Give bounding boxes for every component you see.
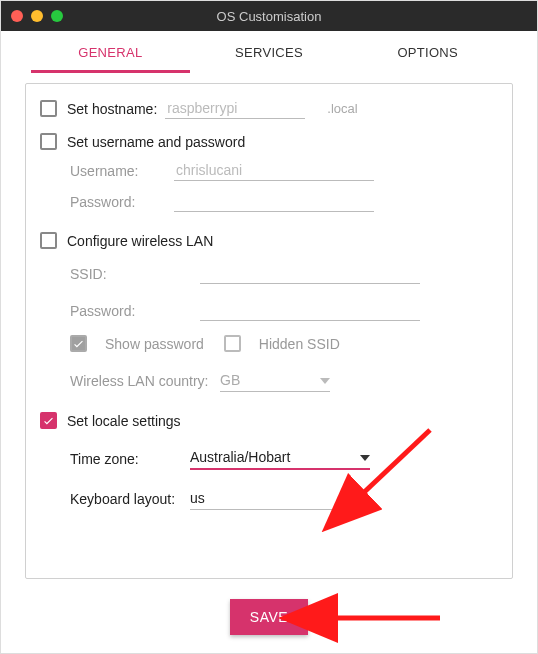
tab-options[interactable]: OPTIONS [348,45,507,73]
os-customisation-window: OS Customisation GENERAL SERVICES OPTION… [0,0,538,654]
locale-checkbox[interactable] [40,412,57,429]
keyboard-label: Keyboard layout: [70,491,190,507]
chevron-down-icon [320,378,330,384]
chevron-down-icon [360,455,370,461]
keyboard-row: Keyboard layout: us [70,488,498,510]
minimize-icon[interactable] [31,10,43,22]
password-row: Password: [70,191,498,212]
tab-general[interactable]: GENERAL [31,45,190,73]
wifi-country-row: Wireless LAN country: GB [70,370,498,392]
hostname-input[interactable] [165,98,305,119]
hostname-row: Set hostname: .local [40,98,498,119]
wifi-options-row: Show password Hidden SSID [70,335,498,352]
show-password-label: Show password [105,336,204,352]
wifi-country-label: Wireless LAN country: [70,373,220,389]
chevron-down-icon [360,496,370,502]
ssid-input[interactable] [200,263,420,284]
close-icon[interactable] [11,10,23,22]
wifi-country-select[interactable]: GB [220,370,330,392]
settings-panel: Set hostname: .local Set username and pa… [25,83,513,579]
show-password-checkbox[interactable] [70,335,87,352]
username-label: Username: [70,163,174,179]
wifi-password-input[interactable] [200,300,420,321]
window-controls [11,10,63,22]
hidden-ssid-checkbox[interactable] [224,335,241,352]
username-input[interactable] [174,160,374,181]
userpass-row: Set username and password [40,133,498,150]
ssid-row: SSID: [70,263,498,284]
hostname-checkbox[interactable] [40,100,57,117]
userpass-label: Set username and password [67,134,245,150]
footer: SAVE [1,589,537,653]
wifi-password-row: Password: [70,300,498,321]
keyboard-select[interactable]: us [190,488,370,510]
timezone-select[interactable]: Australia/Hobart [190,447,370,470]
hidden-ssid-label: Hidden SSID [259,336,340,352]
ssid-label: SSID: [70,266,174,282]
window-title: OS Customisation [1,9,537,24]
username-row: Username: [70,160,498,181]
hostname-label: Set hostname: [67,101,157,117]
wifi-row: Configure wireless LAN [40,232,498,249]
wifi-country-value: GB [220,370,320,391]
locale-row: Set locale settings [40,412,498,429]
wifi-password-label: Password: [70,303,174,319]
wifi-checkbox[interactable] [40,232,57,249]
tab-services[interactable]: SERVICES [190,45,349,73]
password-input[interactable] [174,191,374,212]
keyboard-value: us [190,488,360,509]
tab-bar: GENERAL SERVICES OPTIONS [1,31,537,73]
maximize-icon[interactable] [51,10,63,22]
timezone-row: Time zone: Australia/Hobart [70,447,498,470]
timezone-label: Time zone: [70,451,190,467]
wifi-label: Configure wireless LAN [67,233,213,249]
hostname-suffix: .local [327,101,357,116]
userpass-checkbox[interactable] [40,133,57,150]
save-button[interactable]: SAVE [230,599,308,635]
timezone-value: Australia/Hobart [190,447,360,468]
locale-label: Set locale settings [67,413,181,429]
password-label: Password: [70,194,174,210]
titlebar: OS Customisation [1,1,537,31]
